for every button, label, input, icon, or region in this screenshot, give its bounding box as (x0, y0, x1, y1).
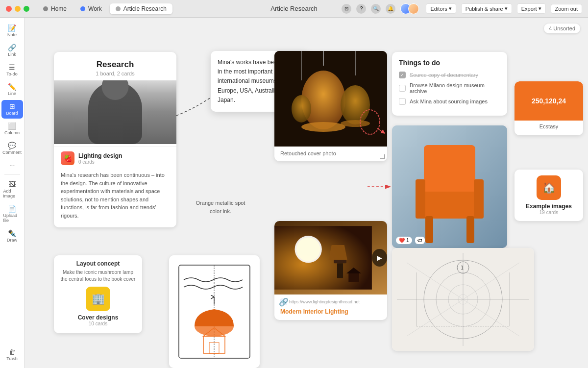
sidebar-item-add-image[interactable]: 🖼 Add image (1, 178, 23, 201)
video-card[interactable]: ▶ 🔗 https://www.lightingdesignthread.net… (274, 221, 387, 320)
tab-home[interactable]: Home (37, 3, 73, 14)
lighting-design-subtitle: 0 cards (78, 159, 122, 165)
board-icon: ⊞ (9, 103, 15, 110)
example-images-card[interactable]: 🏠 Example images 19 cards (514, 170, 583, 221)
lighting-design-text: Lighting design 0 cards (78, 152, 122, 165)
sidebar-item-note[interactable]: 📝 Note (1, 22, 23, 40)
cover-count: 10 cards (59, 321, 137, 326)
trash-icon: 🗑 (9, 348, 16, 355)
svg-marker-16 (329, 245, 347, 260)
add-image-icon: 🖼 (9, 181, 16, 188)
orange-note: Orange metallic spot color ink. (194, 199, 247, 215)
research-portrait (54, 80, 176, 144)
research-card-header: Research 1 board, 2 cards (54, 52, 176, 80)
cover-title: Cover designs (59, 314, 137, 321)
swatch-name: Ecstasy (514, 121, 583, 129)
svg-rect-15 (337, 263, 343, 278)
comment-icon: 💬 (8, 142, 16, 149)
svg-point-5 (341, 85, 370, 124)
notification-icon[interactable]: 🔔 (386, 4, 395, 14)
svg-rect-14 (334, 260, 346, 263)
sidebar: 📝 Note 🔗 Link ☰ To-do ✏️ Line ⊞ Board ⬜ … (0, 18, 24, 368)
video-link[interactable]: 🔗 https://www.lightingdesignthread.net (274, 294, 387, 307)
svg-marker-17 (348, 272, 359, 282)
sidebar-item-comment[interactable]: 💬 Comment (1, 139, 23, 158)
title-bar: Home Work Article Research Article Resea… (0, 0, 588, 18)
svg-text:1: 1 (461, 265, 464, 270)
todo-item-2: Browse Milano design museum archive (399, 82, 500, 94)
video-url: https://www.lightingdesignthread.net (289, 299, 360, 304)
example-icon: 🏠 (537, 175, 561, 200)
blueprint-svg: 1 (392, 248, 534, 351)
sketch-card[interactable] (169, 255, 260, 368)
swatch-card[interactable]: 250,120,24 Ecstasy (514, 81, 583, 135)
upload-icon: 📄 (8, 205, 16, 212)
chair-image: ❤️ 1 🏷 (392, 125, 507, 248)
tag-icon: 🏷 (415, 237, 425, 244)
heart-count: 1 (406, 238, 409, 243)
close-button[interactable] (6, 6, 12, 12)
line-icon: ✏️ (8, 83, 16, 90)
toolbar-icon-2[interactable]: ? (356, 4, 366, 14)
todo-card[interactable]: Things to do Source copy of documentary … (392, 52, 507, 116)
sidebar-item-upload[interactable]: 📄 Upload file (1, 202, 23, 226)
sidebar-item-trash[interactable]: 🗑 Trash (1, 345, 23, 364)
sidebar-item-todo[interactable]: ☰ To-do (1, 61, 23, 79)
minimize-button[interactable] (15, 6, 21, 12)
export-button[interactable]: Export ▾ (517, 3, 546, 14)
video-title: Modern Interior Lighting (274, 307, 387, 320)
cover-icon: 🏢 (86, 287, 110, 311)
svg-rect-20 (424, 145, 475, 199)
research-card[interactable]: Research 1 board, 2 cards 🍓 Lighting des… (54, 52, 176, 227)
sidebar-separator (4, 174, 20, 175)
svg-point-13 (296, 237, 320, 261)
sidebar-item-draw[interactable]: ✒️ Draw (1, 227, 23, 245)
fullscreen-button[interactable] (24, 6, 29, 12)
link-icon: 🔗 (8, 44, 16, 51)
app-body: 📝 Note 🔗 Link ☰ To-do ✏️ Line ⊞ Board ⬜ … (0, 18, 588, 368)
lamp-caption: Retouched cover photo (274, 147, 387, 161)
canvas[interactable]: 4 Unsorted Research 1 board, 2 cards (24, 18, 588, 368)
sidebar-item-line[interactable]: ✏️ Line (1, 80, 23, 99)
lighting-design-icon: 🍓 (61, 151, 74, 165)
heart-icon: ❤️ (399, 238, 405, 243)
sketch-svg (169, 255, 260, 368)
todo-check-2[interactable] (399, 85, 406, 92)
layout-concept-card[interactable]: Layout concept Make the iconic mushroom … (54, 255, 142, 333)
more-icon: ··· (9, 162, 15, 169)
toolbar-right: ⊡ ? 🔍 🔔 Editors ▾ Publish & share ▾ Expo… (342, 3, 582, 14)
traffic-lights (6, 6, 29, 12)
portrait-image (54, 80, 176, 144)
todo-check-3[interactable] (399, 98, 406, 105)
editors-button[interactable]: Editors ▾ (426, 3, 456, 14)
sidebar-item-column[interactable]: ⬜ Column (1, 120, 23, 138)
chair-actions: ❤️ 1 🏷 (396, 237, 425, 244)
layout-title: Layout concept (59, 260, 137, 267)
search-icon[interactable]: 🔍 (371, 4, 381, 14)
sidebar-item-more[interactable]: ··· (1, 159, 23, 172)
svg-rect-23 (474, 179, 484, 219)
todo-item-3: Ask Mina about sourcing images (399, 98, 500, 105)
zoom-out-button[interactable]: Zoom out (551, 4, 582, 14)
todo-check-1[interactable] (399, 72, 406, 78)
tab-work[interactable]: Work (74, 3, 108, 14)
browser-tabs: Home Work Article Research (37, 3, 172, 14)
sidebar-item-board[interactable]: ⊞ Board (1, 100, 23, 119)
todo-text-1: Source copy of documentary (410, 72, 478, 78)
play-button[interactable]: ▶ (372, 249, 387, 267)
research-body: Mina's research has been continuous – in… (54, 168, 176, 220)
chair-card[interactable]: ❤️ 1 🏷 (392, 125, 507, 248)
lamp-card[interactable]: Retouched cover photo (274, 51, 387, 161)
avatar-2 (408, 3, 419, 14)
lighting-design-title: Lighting design (78, 152, 122, 159)
blueprint-card[interactable]: 1 (392, 248, 534, 351)
tab-article-research[interactable]: Article Research (110, 3, 172, 14)
sidebar-item-link[interactable]: 🔗 Link (1, 41, 23, 60)
toolbar-icon-1[interactable]: ⊡ (342, 4, 351, 14)
resize-handle[interactable] (380, 154, 385, 159)
publish-share-button[interactable]: Publish & share ▾ (461, 3, 512, 14)
svg-rect-21 (419, 192, 480, 219)
svg-point-8 (292, 95, 311, 123)
research-subtitle: 1 board, 2 cards (62, 71, 169, 76)
lamp-image (274, 51, 387, 147)
